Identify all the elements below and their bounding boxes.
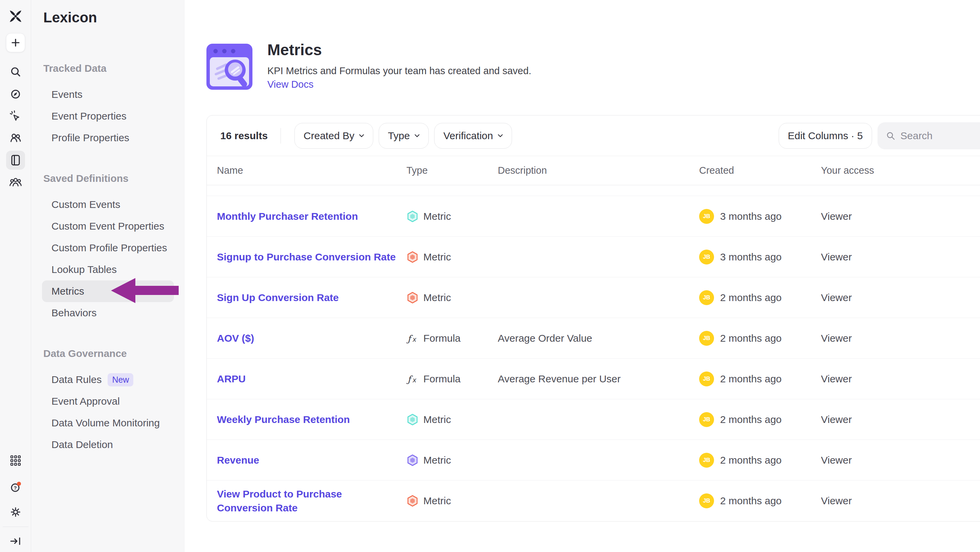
metrics-table-card: 16 results Created ByTypeVerification Ed… [207, 115, 980, 522]
description-text: Average Order Value [498, 333, 592, 344]
filter-created-by-button[interactable]: Created By [294, 123, 373, 149]
edit-columns-button[interactable]: Edit Columns · 5 [779, 123, 872, 149]
metric-teal-icon [406, 210, 418, 222]
type-label: Metric [423, 251, 451, 263]
type-label: Metric [423, 211, 451, 222]
sidebar-item-behaviors[interactable]: Behaviors [42, 302, 174, 324]
sidebar-item-profile-properties[interactable]: Profile Properties [42, 127, 174, 149]
created-text: 2 months ago [720, 414, 782, 425]
search-icon [886, 131, 896, 141]
access-text: Viewer [821, 373, 852, 384]
table-row: AOV ($)ƒxFormulaAverage Order ValueJB2 m… [207, 318, 980, 359]
sidebar-section-saved-definitions: Saved Definitions [42, 168, 174, 189]
metric-name-link[interactable]: ARPU [217, 373, 246, 384]
filter-verification-button[interactable]: Verification [434, 123, 512, 149]
table-row: Signup to Purchase Conversion RateMetric… [207, 237, 980, 278]
creator-avatar: JB [699, 372, 714, 386]
created-text: 3 months ago [720, 251, 782, 263]
rail-divider [3, 526, 29, 527]
sidebar-item-data-volume-monitoring[interactable]: Data Volume Monitoring [42, 412, 174, 434]
creator-avatar: JB [699, 453, 714, 467]
sidebar-item-label: Events [51, 89, 83, 100]
table-body: Monthly Purchaser RetentionMetricJB3 mon… [207, 196, 980, 521]
metrics-page-icon [206, 43, 253, 91]
search-icon[interactable] [6, 62, 25, 81]
column-header-type: Type [406, 165, 496, 176]
metric-name-link[interactable]: AOV ($) [217, 333, 254, 344]
table-header-row: Name Type Description Created Your acces… [207, 156, 980, 185]
access-text: Viewer [821, 333, 852, 344]
metric-red-icon [406, 251, 418, 263]
column-header-description: Description [496, 165, 696, 176]
toolbar-right-group: Edit Columns · 5 [779, 122, 980, 149]
formula-icon: ƒx [406, 373, 418, 385]
type-label: Metric [423, 495, 451, 507]
discover-compass-icon[interactable] [6, 85, 25, 104]
sidebar-item-label: Data Deletion [51, 439, 113, 450]
type-label: Metric [423, 292, 451, 303]
creator-avatar: JB [699, 290, 714, 305]
annotation-arrow-shaft [135, 286, 179, 295]
creator-avatar: JB [699, 209, 714, 224]
view-docs-link[interactable]: View Docs [267, 79, 313, 90]
metric-name-link[interactable]: Monthly Purchaser Retention [217, 211, 358, 222]
table-row: ARPUƒxFormulaAverage Revenue per UserJB2… [207, 359, 980, 399]
sidebar-item-label: Custom Profile Properties [51, 242, 167, 254]
sidebar-item-custom-events[interactable]: Custom Events [42, 194, 174, 215]
access-text: Viewer [821, 414, 852, 425]
apps-grid-icon[interactable] [6, 451, 25, 470]
sidebar-item-custom-event-properties[interactable]: Custom Event Properties [42, 215, 174, 237]
sidebar-item-label: Data Volume Monitoring [51, 417, 160, 429]
created-text: 2 months ago [720, 373, 782, 385]
sidebar-section-tracked-data: Tracked Data [42, 57, 174, 79]
type-label: Formula [423, 333, 461, 344]
table-row: Monthly Purchaser RetentionMetricJB3 mon… [207, 196, 980, 237]
type-label: Metric [423, 414, 451, 425]
create-plus-icon[interactable] [6, 33, 25, 52]
events-cursor-icon[interactable] [6, 107, 25, 126]
search-box [877, 122, 980, 149]
settings-gear-icon[interactable] [6, 503, 25, 522]
svg-text:x: x [412, 335, 417, 343]
chevron-down-icon [498, 134, 503, 137]
sidebar-item-event-approval[interactable]: Event Approval [42, 391, 174, 412]
metric-name-link[interactable]: Weekly Purchase Retention [217, 414, 350, 425]
page-description: KPI Metrics and Formulas your team has c… [267, 65, 531, 77]
new-badge: New [108, 373, 133, 386]
users-icon[interactable] [6, 129, 25, 148]
filter-type-button[interactable]: Type [379, 123, 429, 149]
metric-purple-icon [406, 454, 418, 466]
cohorts-group-icon[interactable] [6, 173, 25, 192]
column-header-name: Name [217, 165, 396, 176]
sidebar-item-data-rules[interactable]: Data RulesNew [42, 369, 174, 391]
sidebar-item-event-properties[interactable]: Event Properties [42, 105, 174, 127]
filter-label: Verification [443, 130, 493, 142]
table-row: View Product to Purchase Conversion Rate… [207, 480, 980, 521]
icon-rail: ? [0, 0, 31, 552]
sidebar-item-custom-profile-properties[interactable]: Custom Profile Properties [42, 237, 174, 259]
collapse-sidebar-icon[interactable] [6, 532, 25, 550]
created-text: 2 months ago [720, 455, 782, 466]
help-icon[interactable]: ? [6, 477, 25, 496]
description-text: Average Revenue per User [498, 373, 620, 384]
svg-text:x: x [412, 376, 417, 384]
metric-red-icon [406, 495, 418, 507]
metric-name-link[interactable]: Revenue [217, 455, 259, 466]
creator-avatar: JB [699, 412, 714, 427]
main-content: Metrics KPI Metrics and Formulas your te… [185, 0, 980, 552]
lexicon-book-icon[interactable] [6, 151, 25, 170]
created-text: 3 months ago [720, 211, 782, 222]
metric-name-link[interactable]: View Product to Purchase Conversion Rate [217, 488, 342, 514]
sidebar-item-events[interactable]: Events [42, 84, 174, 105]
scrolled-partial-row [207, 185, 980, 196]
chevron-down-icon [359, 134, 364, 137]
metric-name-link[interactable]: Sign Up Conversion Rate [217, 292, 339, 303]
search-input[interactable] [900, 130, 980, 142]
sidebar-item-lookup-tables[interactable]: Lookup Tables [42, 259, 174, 281]
metric-name-link[interactable]: Signup to Purchase Conversion Rate [217, 251, 396, 262]
sidebar-item-label: Lookup Tables [51, 264, 117, 275]
sidebar-item-label: Event Approval [51, 396, 120, 407]
access-text: Viewer [821, 292, 852, 303]
type-label: Metric [423, 455, 451, 466]
sidebar-item-data-deletion[interactable]: Data Deletion [42, 434, 174, 455]
